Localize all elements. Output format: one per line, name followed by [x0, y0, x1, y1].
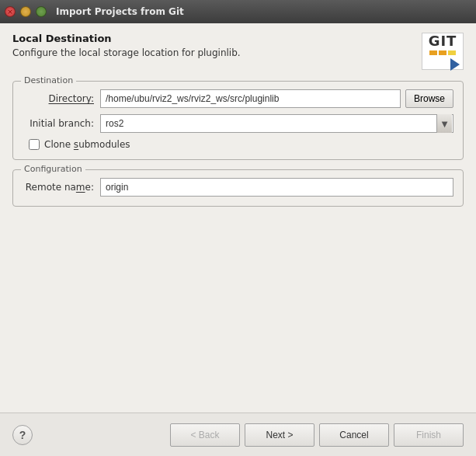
initial-branch-row: Initial branch: ros2 main master develop… [23, 114, 453, 133]
branch-select-wrapper: ros2 main master develop ▼ [100, 114, 453, 133]
footer-right: < Back Next > Cancel Finish [170, 423, 464, 447]
cancel-button[interactable]: Cancel [319, 423, 389, 447]
git-logo-stripe-orange2 [439, 50, 446, 55]
git-logo-stripe-orange [429, 50, 437, 55]
minimize-button[interactable] [20, 6, 31, 17]
git-logo: GIT [422, 33, 464, 70]
configuration-group: Configuration Remote name: [12, 169, 464, 207]
next-button[interactable]: Next > [245, 423, 314, 447]
help-button[interactable]: ? [12, 425, 33, 445]
titlebar: × Import Projects from Git [0, 0, 476, 23]
branch-select[interactable]: ros2 main master develop [100, 114, 453, 133]
clone-submodules-label: Clone submodules [44, 139, 130, 150]
page-title: Local Destination [12, 33, 422, 44]
maximize-button[interactable] [36, 6, 47, 17]
footer-left: ? [12, 425, 33, 445]
remote-name-row: Remote name: [23, 178, 453, 197]
directory-row: Directory: Browse [23, 89, 453, 108]
back-button[interactable]: < Back [170, 423, 240, 447]
initial-branch-label-text: Initial branch: [30, 118, 94, 129]
git-logo-bar [429, 50, 456, 55]
main-content: Local Destination Configure the local st… [0, 23, 476, 412]
header-text: Local Destination Configure the local st… [12, 33, 422, 58]
directory-label: Directory: [23, 93, 100, 104]
page-subtitle: Configure the local storage location for… [12, 47, 422, 58]
finish-button[interactable]: Finish [394, 423, 464, 447]
footer: ? < Back Next > Cancel Finish [0, 412, 476, 456]
remote-name-input[interactable] [100, 178, 453, 197]
git-logo-arrow [450, 58, 460, 71]
clone-submodules-checkbox[interactable] [29, 139, 40, 150]
destination-group: Destination Directory: Browse Initial br… [12, 81, 464, 160]
configuration-group-title: Configuration [21, 164, 85, 174]
close-button[interactable]: × [5, 6, 16, 17]
git-logo-stripe-yellow [448, 50, 456, 55]
remote-name-label: Remote name: [23, 182, 100, 193]
destination-group-title: Destination [21, 75, 76, 85]
clone-submodules-row: Clone submodules [23, 139, 453, 150]
header-section: Local Destination Configure the local st… [12, 33, 464, 70]
git-logo-text: GIT [429, 33, 457, 49]
window-title: Import Projects from Git [56, 6, 184, 17]
browse-button[interactable]: Browse [405, 89, 453, 108]
initial-branch-label: Initial branch: [23, 118, 100, 129]
directory-input[interactable] [100, 89, 401, 108]
close-icon: × [7, 8, 13, 16]
